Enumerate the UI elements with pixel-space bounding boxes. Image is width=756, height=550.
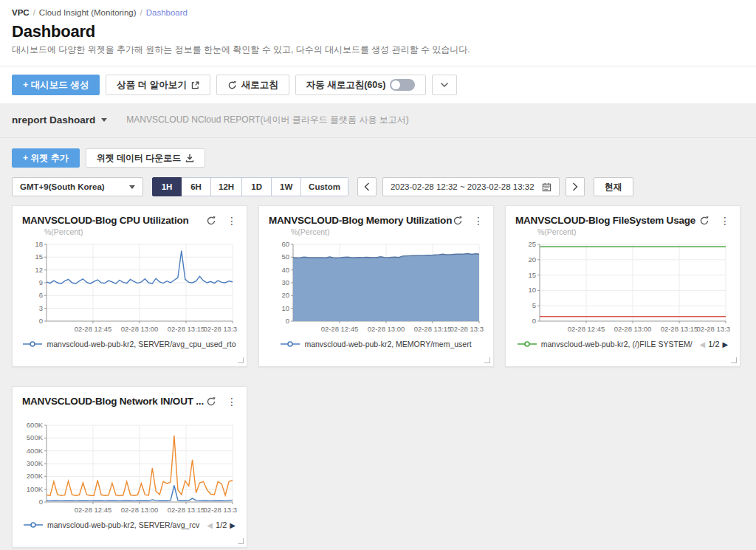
- now-button[interactable]: 현재: [594, 177, 633, 196]
- dashboard-body: nreport Dashoard MANVSCLOUD NCloud REPOR…: [0, 103, 756, 550]
- svg-text:15: 15: [35, 252, 43, 261]
- svg-text:500K: 500K: [27, 433, 44, 441]
- svg-text:300K: 300K: [27, 459, 44, 467]
- legend-label: manvscloud-web-pub-kr2, (/)FILE SYSTEM/: [541, 340, 693, 348]
- legend-label: manvscloud-web-pub-kr2, SERVER/avg_cpu_u…: [47, 340, 236, 348]
- external-link-icon: [191, 81, 199, 89]
- dashboard-selector[interactable]: nreport Dashoard: [12, 114, 107, 126]
- auto-refresh-toggle[interactable]: [390, 79, 415, 91]
- time-range-1w[interactable]: 1W: [272, 177, 301, 196]
- legend-marker-icon: [518, 340, 537, 348]
- time-range-custom[interactable]: Custom: [301, 177, 348, 196]
- widget-refresh-icon[interactable]: [206, 216, 216, 226]
- resize-handle[interactable]: [238, 538, 244, 544]
- cpu-utilization-chart: 036912151802-28 12:4502-28 13:0002-28 13…: [22, 238, 238, 339]
- breadcrumb-separator: /: [140, 8, 142, 17]
- date-range-picker[interactable]: 2023-02-28 12:32 ~ 2023-02-28 13:32: [382, 177, 560, 196]
- collapse-toolbar-button[interactable]: [432, 75, 457, 95]
- widget-menu-icon[interactable]: ⋮: [227, 216, 237, 226]
- svg-text:25: 25: [528, 240, 536, 248]
- resize-handle[interactable]: [484, 357, 490, 363]
- svg-text:02-28 13:00: 02-28 13:00: [121, 325, 159, 333]
- svg-text:02-28 13:00: 02-28 13:00: [121, 506, 159, 514]
- svg-text:02-28 13:3: 02-28 13:3: [450, 325, 484, 333]
- svg-text:30: 30: [281, 278, 289, 286]
- page-next-icon[interactable]: ▶: [230, 521, 236, 529]
- auto-refresh-button[interactable]: 자동 새로고침(60s): [295, 75, 427, 95]
- breadcrumb-dashboard[interactable]: Dashboard: [146, 8, 188, 17]
- page-next-icon[interactable]: ▶: [723, 340, 729, 348]
- learn-more-button[interactable]: 상품 더 알아보기: [106, 75, 210, 95]
- widget-refresh-icon[interactable]: [206, 396, 216, 407]
- time-range-6h[interactable]: 6H: [182, 177, 211, 196]
- page-prev-icon[interactable]: ◀: [700, 340, 706, 348]
- page-prev-icon[interactable]: ◀: [207, 521, 213, 529]
- svg-text:02-28 13:3: 02-28 13:3: [204, 506, 237, 514]
- resize-handle[interactable]: [731, 357, 737, 363]
- svg-text:02-28 13:15: 02-28 13:15: [414, 325, 452, 333]
- time-range-12h[interactable]: 12H: [211, 177, 242, 196]
- refresh-icon: [227, 80, 237, 90]
- memory-utilization-chart: 010203040506002-28 12:4502-28 13:0002-28…: [269, 238, 484, 339]
- y-axis-unit-label: %(Percent): [291, 227, 484, 238]
- widget-grid: MANVSCLOUD-Blog CPU Utilization ⋮ %(Perc…: [0, 196, 756, 548]
- refresh-button[interactable]: 새로고침: [216, 75, 289, 95]
- breadcrumb-separator: /: [33, 8, 35, 17]
- y-axis-unit-label: [44, 408, 237, 419]
- network-inout-chart: 0100K200K300K400K500K600K02-28 12:4502-2…: [22, 419, 238, 520]
- legend-label: manvscloud-web-pub-kr2, MEMORY/mem_usert: [304, 340, 471, 348]
- create-dashboard-button[interactable]: + 대시보드 생성: [12, 75, 100, 95]
- calendar-icon: [542, 182, 551, 192]
- header-toolbar: + 대시보드 생성 상품 더 알아보기 새로고침 자동 새로고침(60s): [0, 66, 756, 103]
- widget-card-filesystem: MANVSCLOUD-Blog FileSystem Usage ⋮ %(Per…: [505, 205, 740, 367]
- widget-menu-icon[interactable]: ⋮: [227, 396, 237, 407]
- toggle-knob: [391, 80, 400, 89]
- svg-text:600K: 600K: [27, 421, 44, 429]
- time-range-1d[interactable]: 1D: [242, 177, 272, 196]
- svg-text:400K: 400K: [27, 447, 44, 455]
- svg-text:5: 5: [532, 301, 536, 309]
- svg-text:9: 9: [39, 278, 43, 286]
- time-range-1h[interactable]: 1H: [152, 177, 182, 196]
- svg-text:10: 10: [281, 304, 289, 312]
- svg-text:02-28 12:45: 02-28 12:45: [568, 325, 605, 333]
- svg-text:0: 0: [39, 317, 43, 325]
- svg-text:20: 20: [281, 291, 289, 299]
- widget-menu-icon[interactable]: ⋮: [720, 216, 730, 226]
- svg-text:02-28 13:15: 02-28 13:15: [168, 506, 205, 514]
- add-widget-button[interactable]: + 위젯 추가: [12, 148, 80, 168]
- chart-legend: manvscloud-web-pub-kr2, (/)FILE SYSTEM/ …: [515, 340, 730, 348]
- svg-text:12: 12: [35, 266, 43, 274]
- svg-text:02-28 13:3: 02-28 13:3: [697, 325, 730, 333]
- legend-pagination: ◀1/2▶: [207, 520, 236, 529]
- prev-period-button[interactable]: [357, 177, 377, 196]
- learn-more-label: 상품 더 알아보기: [117, 79, 186, 92]
- download-icon: [185, 154, 194, 162]
- download-widget-data-button[interactable]: 위젯 데이터 다운로드: [86, 148, 206, 168]
- legend-marker-icon: [281, 340, 300, 348]
- resize-handle[interactable]: [238, 357, 244, 363]
- svg-text:02-28 13:3: 02-28 13:3: [204, 325, 237, 333]
- dashboard-name: nreport Dashoard: [12, 114, 95, 126]
- chart-legend: manvscloud-web-pub-kr2, SERVER/avg_rcv ◀…: [22, 520, 237, 529]
- svg-text:02-28 12:45: 02-28 12:45: [75, 325, 112, 333]
- widget-refresh-icon[interactable]: [699, 216, 709, 226]
- widget-refresh-icon[interactable]: [453, 216, 463, 226]
- svg-text:15: 15: [528, 271, 536, 279]
- svg-text:6: 6: [39, 291, 43, 299]
- time-controls: GMT+9(South Korea) 1H6H12H1D1WCustom 202…: [0, 168, 756, 196]
- breadcrumb-cloud-insight[interactable]: Cloud Insight (Monitoring): [39, 8, 137, 17]
- y-axis-unit-label: %(Percent): [44, 227, 237, 238]
- timezone-select[interactable]: GMT+9(South Korea): [12, 177, 143, 196]
- next-period-button[interactable]: [566, 177, 585, 196]
- svg-text:02-28 13:15: 02-28 13:15: [661, 325, 698, 333]
- widget-menu-icon[interactable]: ⋮: [473, 216, 484, 226]
- svg-text:100K: 100K: [27, 485, 44, 493]
- widget-toolbar: + 위젯 추가 위젯 데이터 다운로드: [0, 138, 756, 168]
- dashboard-selector-bar: nreport Dashoard MANVSCLOUD NCloud REPOR…: [0, 103, 756, 138]
- breadcrumb-vpc[interactable]: VPC: [12, 8, 30, 17]
- filesystem-usage-chart: 051015202502-28 12:4502-28 13:0002-28 13…: [515, 238, 731, 339]
- widget-title: MANVSCLOUD-Blog CPU Utilization: [22, 215, 189, 226]
- y-axis-unit-label: %(Percent): [537, 227, 730, 238]
- timezone-value: GMT+9(South Korea): [20, 182, 105, 191]
